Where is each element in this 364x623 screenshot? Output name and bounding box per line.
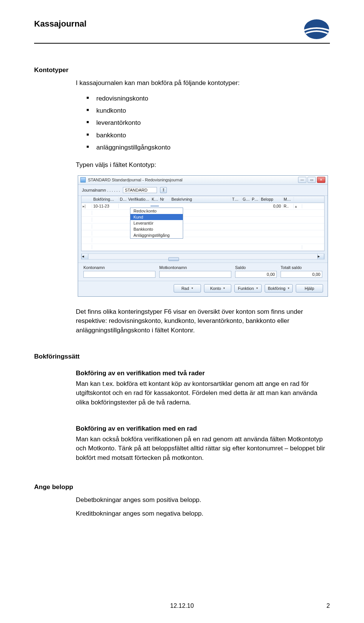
- table-row[interactable]: .: [82, 217, 324, 223]
- window-icon: [80, 177, 86, 182]
- scroll-handle[interactable]: [168, 257, 179, 261]
- kontotyp-dropdown[interactable]: Redov.konto Kund Leverantör Bankkonto An…: [130, 208, 183, 239]
- heading-ange-belopp: Ange belopp: [34, 483, 330, 491]
- list-item: leverantörkonto: [86, 117, 330, 129]
- table-row[interactable]: .: [82, 237, 324, 244]
- page-title: Kassajournal: [34, 19, 86, 29]
- footer-date: 12.12.10: [170, 603, 194, 609]
- journalnamn-label: Journalnamn . . . . . .: [82, 188, 120, 192]
- page-footer: 12.12.10 2: [0, 603, 364, 609]
- table-row[interactable]: .: [82, 223, 324, 230]
- list-item: anläggningstillgångskonto: [86, 142, 330, 154]
- window-title: STANDARD Standardjournal - Redovisningsj…: [88, 178, 298, 182]
- chevron-down-icon: ▾: [288, 286, 289, 290]
- chevron-down-icon: ▾: [191, 286, 193, 290]
- maximize-button[interactable]: ▭: [308, 177, 316, 183]
- list-item: bankkonto: [86, 129, 330, 142]
- dropdown-option[interactable]: Redov.konto: [130, 208, 183, 214]
- chevron-down-icon: ▾: [256, 286, 258, 290]
- motkontonamn-value: [159, 271, 231, 278]
- dropdown-option-selected[interactable]: Kund: [130, 214, 183, 220]
- totalt-saldo-label: Totalt saldo: [281, 265, 322, 270]
- totalt-saldo-value: 0,00: [281, 271, 322, 278]
- heading-kontotyper: Kontotyper: [34, 66, 330, 74]
- heading-bokforingssatt: Bokföringssätt: [34, 353, 330, 360]
- minimize-button[interactable]: —: [298, 177, 306, 183]
- hjalp-button[interactable]: Hjälp: [296, 284, 323, 293]
- saldo-label: Saldo: [235, 265, 277, 270]
- intro-text: I kassajournalen kan man bokföra på följ…: [76, 79, 330, 88]
- list-item: redovisningskonto: [86, 93, 330, 105]
- list-item: kundkonto: [86, 105, 330, 117]
- row-indicator-icon: ▸|: [82, 204, 92, 208]
- subheading-one-row: Bokföring av en verifikation med en rad: [76, 425, 330, 433]
- scroll-up-icon[interactable]: ▴: [294, 204, 302, 208]
- page-number: 2: [326, 603, 330, 609]
- table-row[interactable]: .: [82, 210, 324, 217]
- table-row[interactable]: .▾: [82, 244, 324, 251]
- lookup-button[interactable]: ↥: [160, 187, 167, 193]
- bokforing-button[interactable]: Bokföring▾: [265, 284, 293, 293]
- kontonamn-label: Kontonamn: [83, 265, 155, 270]
- table-row[interactable]: ▸| 10-11-23 0,00 R.. ▴: [82, 203, 324, 210]
- button-row: Rad▾ Konto▾ Funktion▾ Bokföring▾ Hjälp: [78, 281, 328, 296]
- kontotyp-cell[interactable]: [151, 206, 159, 206]
- subheading-two-rows: Bokföring av en verifikation med två rad…: [76, 370, 330, 377]
- two-rows-text: Man kan t.ex. bokföra ett kontant köp av…: [76, 379, 330, 407]
- funktion-button[interactable]: Funktion▾: [234, 284, 262, 293]
- motkontonamn-label: Motkontonamn: [159, 265, 231, 270]
- summary-fields: Kontonamn Motkontonamn Saldo0,00 Totalt …: [78, 263, 328, 281]
- saldo-value: 0,00: [235, 271, 277, 278]
- dropdown-option[interactable]: Bankkonto: [130, 226, 183, 232]
- journalnamn-input[interactable]: STANDARD: [123, 187, 157, 193]
- kontonamn-value: [83, 271, 155, 278]
- after-list-text: Typen väljs i fältet Kontotyp:: [76, 160, 330, 170]
- one-row-text: Man kan också bokföra verifikationen på …: [76, 435, 330, 463]
- close-button[interactable]: ✕: [317, 177, 325, 183]
- grid-header: Bokföring… D… Verifikatio… K… Nr Beskriv…: [82, 196, 324, 203]
- chevron-down-icon: ▾: [223, 286, 225, 290]
- dropdown-option[interactable]: Leverantör: [130, 220, 183, 226]
- konteringstyper-text: Det finns olika konteringstyper F6 visar…: [76, 307, 330, 335]
- journal-row: Journalnamn . . . . . . STANDARD ↥: [78, 185, 328, 196]
- window-titlebar: STANDARD Standardjournal - Redovisningsj…: [78, 176, 328, 185]
- kredit-text: Kreditbokningar anges som negativa belop…: [76, 509, 330, 519]
- table-row[interactable]: .: [82, 230, 324, 237]
- scroll-left-icon[interactable]: ◂: [82, 254, 88, 259]
- horizontal-scrollbar[interactable]: ◂ ▸: [81, 253, 325, 260]
- grid: Bokföring… D… Verifikatio… K… Nr Beskriv…: [81, 196, 325, 251]
- debet-text: Debetbokningar anges som positiva belopp…: [76, 496, 330, 505]
- scroll-right-icon[interactable]: ▸: [317, 254, 324, 259]
- app-window: STANDARD Standardjournal - Redovisningsj…: [78, 175, 328, 297]
- cell-m: R..: [282, 204, 294, 208]
- company-logo: [303, 19, 330, 40]
- kontotyper-list: redovisningskonto kundkonto leverantörko…: [86, 93, 330, 154]
- page-header: Kassajournal: [34, 19, 330, 44]
- dropdown-option[interactable]: Anläggningstillgång: [130, 232, 183, 238]
- cell-date[interactable]: 10-11-23: [92, 204, 119, 208]
- cell-belopp: 0,00: [260, 204, 282, 208]
- konto-button[interactable]: Konto▾: [204, 284, 231, 293]
- rad-button[interactable]: Rad▾: [174, 284, 201, 293]
